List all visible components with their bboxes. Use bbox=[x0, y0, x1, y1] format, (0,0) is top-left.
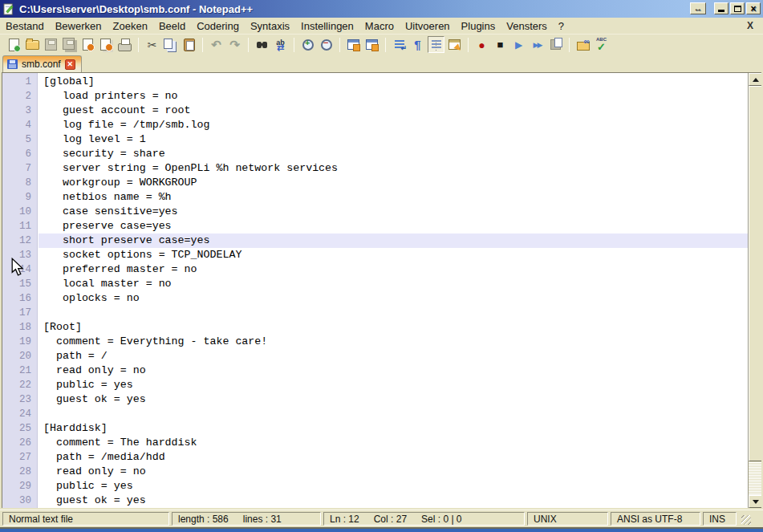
sync-vertical-scroll-icon[interactable] bbox=[345, 36, 362, 53]
code-line-6[interactable]: security = share bbox=[39, 147, 748, 161]
line-number[interactable]: 8 bbox=[2, 176, 37, 190]
menu-item-bestand[interactable]: Bestand bbox=[0, 18, 50, 34]
line-number[interactable]: 1 bbox=[2, 75, 37, 89]
close-all-icon[interactable] bbox=[98, 36, 115, 53]
menu-close-document-button[interactable]: X bbox=[745, 19, 756, 32]
line-number[interactable]: 13 bbox=[2, 248, 37, 262]
save-all-icon[interactable] bbox=[61, 36, 78, 53]
macro-record-icon[interactable] bbox=[473, 36, 490, 53]
maximize-button[interactable] bbox=[730, 2, 745, 14]
menu-item-macro[interactable]: Macro bbox=[359, 18, 400, 34]
line-number[interactable]: 12 bbox=[2, 234, 37, 248]
code-line-18[interactable]: [Root] bbox=[39, 320, 748, 335]
code-area[interactable]: [global] load printers = no guest accoun… bbox=[39, 73, 748, 508]
macro-stop-icon[interactable] bbox=[492, 36, 509, 53]
line-number[interactable]: 7 bbox=[2, 161, 37, 176]
code-line-29[interactable]: public = yes bbox=[39, 479, 748, 493]
scroll-down-button[interactable] bbox=[749, 495, 761, 508]
line-number[interactable]: 30 bbox=[2, 493, 37, 508]
close-file-icon[interactable] bbox=[79, 36, 96, 53]
line-number[interactable]: 4 bbox=[2, 118, 37, 132]
code-line-9[interactable]: netbios name = %h bbox=[39, 190, 748, 205]
code-line-22[interactable]: public = yes bbox=[39, 378, 748, 392]
code-line-20[interactable]: path = / bbox=[39, 349, 748, 363]
line-number[interactable]: 6 bbox=[2, 147, 37, 161]
print-icon[interactable] bbox=[116, 36, 133, 53]
close-button[interactable]: × bbox=[746, 2, 761, 14]
code-line-21[interactable]: read only = no bbox=[39, 363, 748, 378]
line-number[interactable]: 26 bbox=[2, 436, 37, 450]
menu-item-codering[interactable]: Codering bbox=[191, 18, 245, 34]
user-dialog-icon[interactable] bbox=[446, 36, 463, 53]
code-line-26[interactable]: comment = The harddisk bbox=[39, 436, 748, 450]
menu-item-zoeken[interactable]: Zoeken bbox=[108, 18, 153, 34]
line-number[interactable]: 20 bbox=[2, 349, 37, 363]
code-line-10[interactable]: case sensitive=yes bbox=[39, 205, 748, 219]
new-file-icon[interactable] bbox=[6, 36, 22, 53]
line-number[interactable]: 15 bbox=[2, 277, 37, 291]
line-number[interactable]: 14 bbox=[2, 262, 37, 277]
resize-grip[interactable] bbox=[739, 512, 752, 526]
line-number[interactable]: 16 bbox=[2, 291, 37, 306]
code-line-16[interactable]: oplocks = no bbox=[39, 291, 748, 306]
line-number[interactable]: 17 bbox=[2, 306, 37, 320]
line-number[interactable]: 24 bbox=[2, 407, 37, 421]
line-number[interactable]: 23 bbox=[2, 392, 37, 407]
code-line-4[interactable]: log file = /tmp/smb.log bbox=[39, 118, 748, 132]
word-wrap-icon[interactable] bbox=[391, 36, 408, 53]
code-line-13[interactable]: socket options = TCP_NODELAY bbox=[39, 248, 748, 262]
line-number[interactable]: 2 bbox=[2, 89, 37, 104]
menu-item-beeld[interactable]: Beeld bbox=[153, 18, 191, 34]
code-line-28[interactable]: read only = no bbox=[39, 465, 748, 479]
line-number[interactable]: 25 bbox=[2, 421, 37, 436]
code-line-2[interactable]: load printers = no bbox=[39, 89, 748, 104]
status-encoding[interactable]: ANSI as UTF-8 bbox=[611, 512, 700, 526]
line-number[interactable]: 3 bbox=[2, 104, 37, 118]
replace-icon[interactable] bbox=[272, 36, 289, 53]
line-number[interactable]: 11 bbox=[2, 219, 37, 234]
code-line-27[interactable]: path = /media/hdd bbox=[39, 450, 748, 465]
tab-close-icon[interactable]: ✕ bbox=[65, 59, 75, 70]
zoom-out-icon[interactable] bbox=[318, 36, 335, 53]
menu-item-plugins[interactable]: Plugins bbox=[456, 18, 501, 34]
status-typing-mode[interactable]: INS bbox=[703, 512, 737, 526]
menu-item-help[interactable]: ? bbox=[553, 18, 570, 34]
resize-button[interactable]: ↔ bbox=[690, 2, 706, 14]
code-line-30[interactable]: guest ok = yes bbox=[39, 493, 748, 508]
redo-icon[interactable] bbox=[226, 36, 243, 53]
menu-item-instellingen[interactable]: Instellingen bbox=[295, 18, 359, 34]
line-number[interactable]: 19 bbox=[2, 335, 37, 349]
line-number[interactable]: 10 bbox=[2, 205, 37, 219]
menu-item-bewerken[interactable]: Bewerken bbox=[50, 18, 108, 34]
spell-check-icon[interactable] bbox=[593, 36, 610, 53]
code-line-17[interactable] bbox=[39, 306, 748, 320]
plugin-folder-icon[interactable] bbox=[574, 36, 591, 53]
macro-save-icon[interactable] bbox=[547, 36, 564, 53]
line-number[interactable]: 29 bbox=[2, 479, 37, 493]
code-line-8[interactable]: workgroup = WORKGROUP bbox=[39, 176, 748, 190]
menu-item-uitvoeren[interactable]: Uitvoeren bbox=[400, 18, 456, 34]
code-line-1[interactable]: [global] bbox=[39, 75, 748, 89]
sync-horizontal-scroll-icon[interactable] bbox=[363, 36, 380, 53]
code-line-25[interactable]: [Harddisk] bbox=[39, 421, 748, 436]
code-line-5[interactable]: log level = 1 bbox=[39, 132, 748, 147]
code-line-23[interactable]: guest ok = yes bbox=[39, 392, 748, 407]
editor[interactable]: 1234567891011121314151617181920212223242… bbox=[2, 72, 761, 508]
menu-item-vensters[interactable]: Vensters bbox=[501, 18, 553, 34]
save-icon[interactable] bbox=[43, 36, 59, 53]
code-line-3[interactable]: guest account = root bbox=[39, 104, 748, 118]
undo-icon[interactable] bbox=[208, 36, 225, 53]
code-line-7[interactable]: server string = OpenPLi %h network servi… bbox=[39, 161, 748, 176]
open-folder-icon[interactable] bbox=[24, 36, 41, 53]
vertical-scrollbar[interactable] bbox=[748, 73, 761, 508]
tab-smb-conf[interactable]: smb.conf ✕ bbox=[2, 55, 82, 72]
line-number[interactable]: 28 bbox=[2, 465, 37, 479]
copy-icon[interactable] bbox=[162, 36, 179, 53]
indent-guide-icon[interactable] bbox=[428, 36, 444, 53]
paste-icon[interactable] bbox=[181, 36, 197, 53]
macro-play-icon[interactable] bbox=[510, 36, 527, 53]
line-number[interactable]: 21 bbox=[2, 363, 37, 378]
code-line-19[interactable]: comment = Everything - take care! bbox=[39, 335, 748, 349]
zoom-in-icon[interactable] bbox=[299, 36, 316, 53]
find-icon[interactable] bbox=[254, 36, 270, 53]
